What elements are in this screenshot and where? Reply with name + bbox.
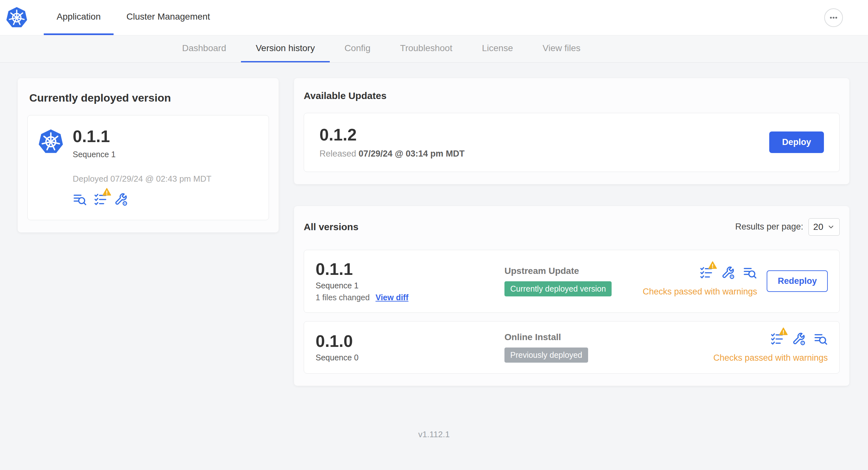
view-logs-icon[interactable] xyxy=(814,332,828,346)
update-row: 0.1.2 Released 07/29/24 @ 03:14 pm MDT D… xyxy=(304,113,840,172)
update-released-line: Released 07/29/24 @ 03:14 pm MDT xyxy=(319,149,769,159)
version-number: 0.1.0 xyxy=(316,332,504,350)
version-info: 0.1.1 Sequence 1 1 files changed View di… xyxy=(316,260,504,303)
more-options-button[interactable] xyxy=(824,8,843,27)
deployed-column: Currently deployed version 0.1.1 Sequenc… xyxy=(18,78,279,232)
deployed-card-title: Currently deployed version xyxy=(29,92,269,104)
tab-application[interactable]: Application xyxy=(44,0,114,35)
warning-triangle-icon xyxy=(708,261,717,269)
all-versions-title: All versions xyxy=(304,222,735,232)
preflight-checks-icon[interactable] xyxy=(770,332,784,346)
checks-status-text: Checks passed with warnings xyxy=(713,353,828,363)
edit-config-icon[interactable] xyxy=(114,192,128,206)
results-per-page-value: 20 xyxy=(813,222,823,232)
released-label: Released xyxy=(319,149,356,159)
status-badge: Previously deployed xyxy=(504,347,588,363)
tab-troubleshoot[interactable]: Troubleshoot xyxy=(385,35,467,62)
page-footer: v1.112.1 xyxy=(0,386,868,451)
results-per-page-label: Results per page: xyxy=(735,222,803,232)
tab-cluster-management[interactable]: Cluster Management xyxy=(114,0,223,35)
top-navigation-bar: Application Cluster Management xyxy=(0,0,868,35)
edit-config-icon[interactable] xyxy=(721,266,735,280)
deployed-version-details: 0.1.1 Sequence 1 Deployed 07/29/24 @ 02:… xyxy=(73,128,211,206)
topbar-spacer xyxy=(223,0,824,35)
all-versions-header: All versions Results per page: 20 xyxy=(304,218,840,236)
version-number: 0.1.1 xyxy=(316,260,504,278)
checks-status-text: Checks passed with warnings xyxy=(643,287,757,297)
version-row: 0.1.0 Sequence 0 Online Install Previous… xyxy=(304,321,840,374)
files-changed-line: 1 files changed View diff xyxy=(316,293,504,302)
available-updates-title: Available Updates xyxy=(304,90,840,101)
version-sequence: Sequence 1 xyxy=(316,281,504,290)
tab-version-history[interactable]: Version history xyxy=(241,35,330,62)
deployed-version-card: 0.1.1 Sequence 1 Deployed 07/29/24 @ 02:… xyxy=(27,115,269,220)
warning-triangle-icon xyxy=(102,188,111,196)
update-version-number: 0.1.2 xyxy=(319,126,769,144)
chevron-down-icon xyxy=(827,223,835,231)
checks-block: Checks passed with warnings xyxy=(713,332,828,363)
preflight-checks-icon[interactable] xyxy=(93,192,107,206)
files-changed-count: 1 files changed xyxy=(316,293,370,302)
version-list: 0.1.1 Sequence 1 1 files changed View di… xyxy=(304,250,840,374)
warning-triangle-icon xyxy=(779,327,788,336)
edit-config-icon[interactable] xyxy=(792,332,806,346)
checks-block: Checks passed with warnings xyxy=(643,266,757,297)
preflight-checks-icon[interactable] xyxy=(699,266,713,280)
version-source: Online Install Previously deployed xyxy=(504,332,707,363)
tab-view-files[interactable]: View files xyxy=(528,35,595,62)
released-timestamp: 07/29/24 @ 03:14 pm MDT xyxy=(359,149,465,159)
version-action-icons xyxy=(699,266,757,280)
tab-license[interactable]: License xyxy=(467,35,528,62)
view-diff-link[interactable]: View diff xyxy=(375,293,408,302)
results-per-page-select[interactable]: 20 xyxy=(808,218,840,236)
source-type-label: Upstream Update xyxy=(504,266,637,276)
version-row: 0.1.1 Sequence 1 1 files changed View di… xyxy=(304,250,840,313)
app-section-nav: Dashboard Version history Config Trouble… xyxy=(0,35,868,63)
tab-dashboard[interactable]: Dashboard xyxy=(167,35,241,62)
redeploy-button[interactable]: Redeploy xyxy=(767,270,828,292)
version-action-icons xyxy=(770,332,828,346)
kubernetes-logo xyxy=(5,6,28,29)
version-actions: Checks passed with warnings xyxy=(713,332,828,363)
tab-config[interactable]: Config xyxy=(330,35,385,62)
version-source: Upstream Update Currently deployed versi… xyxy=(504,266,637,296)
source-type-label: Online Install xyxy=(504,332,707,342)
update-details: 0.1.2 Released 07/29/24 @ 03:14 pm MDT xyxy=(319,126,769,159)
view-logs-icon[interactable] xyxy=(743,266,757,280)
main-content: Currently deployed version 0.1.1 Sequenc… xyxy=(0,63,868,386)
versions-column: Available Updates 0.1.2 Released 07/29/2… xyxy=(294,78,849,386)
app-level-tabs: Application Cluster Management xyxy=(44,0,223,35)
deployed-timestamp: Deployed 07/29/24 @ 02:43 pm MDT xyxy=(73,174,211,184)
ellipsis-icon xyxy=(827,11,840,24)
deploy-button[interactable]: Deploy xyxy=(769,132,824,153)
status-badge: Currently deployed version xyxy=(504,281,612,296)
app-icon xyxy=(37,128,64,206)
view-logs-icon[interactable] xyxy=(73,192,87,206)
deployed-version-number: 0.1.1 xyxy=(73,128,211,145)
all-versions-card: All versions Results per page: 20 0.1.1 … xyxy=(294,206,849,386)
deployed-action-icons xyxy=(73,192,211,206)
version-sequence: Sequence 0 xyxy=(316,353,504,362)
version-actions: Checks passed with warnings Redeploy xyxy=(643,266,828,297)
console-version: v1.112.1 xyxy=(418,430,450,439)
currently-deployed-card: Currently deployed version 0.1.1 Sequenc… xyxy=(18,78,279,232)
deployed-sequence: Sequence 1 xyxy=(73,150,211,159)
available-updates-card: Available Updates 0.1.2 Released 07/29/2… xyxy=(294,78,849,184)
version-info: 0.1.0 Sequence 0 xyxy=(316,332,504,363)
